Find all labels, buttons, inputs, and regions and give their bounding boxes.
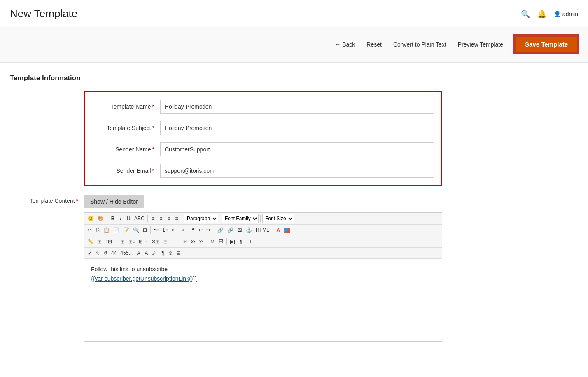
search-icon[interactable]: 🔍 — [521, 9, 530, 19]
tb-edit-icon[interactable]: ✏️ — [86, 237, 96, 246]
tb-strikethrough-button[interactable]: ABC̶ — [133, 214, 146, 223]
tb-italic-button[interactable]: I — [117, 214, 124, 223]
tb-anchor-button[interactable]: ⚓ — [244, 226, 254, 235]
tb-del-col-button[interactable]: ⊟ — [162, 237, 169, 246]
tb-palette-icon[interactable]: 🎨 — [96, 214, 105, 223]
tb-table-button[interactable]: ⊞ — [96, 237, 103, 246]
tb-indent-button[interactable]: ⇥ — [178, 226, 185, 235]
editor-content[interactable]: Follow this link to unsubscribe {{var su… — [84, 259, 442, 341]
convert-button[interactable]: Convert to Plain Text — [393, 40, 446, 49]
paragraph-select[interactable]: Paragraph Heading 1 Heading 2 Heading 3 — [184, 214, 218, 223]
tb-sub-button[interactable]: x₂ — [189, 237, 197, 246]
tb-divider4 — [220, 215, 220, 222]
save-button[interactable]: Save Template — [515, 35, 578, 53]
tb-find-replace-button[interactable]: 🔍 — [131, 226, 141, 235]
form-container: Template Name* Template Subject* Sender … — [84, 91, 442, 186]
tb-undo2-button[interactable]: ↺ — [102, 249, 109, 258]
tb-divider5 — [260, 215, 261, 222]
font-family-select[interactable]: Font Family — [222, 214, 259, 223]
tb-divider7 — [187, 226, 187, 234]
preview-button[interactable]: Preview Template — [458, 40, 503, 49]
tb-smiley-icon[interactable]: 🙂 — [86, 214, 96, 223]
template-subject-label: Template Subject* — [92, 125, 160, 131]
tb-divider2 — [147, 215, 148, 222]
tb-sup-button[interactable]: x² — [198, 237, 205, 246]
tb-resize2-button[interactable]: ⤡ — [94, 249, 101, 258]
editor-link[interactable]: {{var subscriber.getUnsubscriptionLink()… — [91, 275, 197, 282]
back-button[interactable]: ← Back — [335, 40, 355, 49]
tb-char-map-button[interactable]: 44 — [110, 249, 118, 258]
tb-undo-button[interactable]: ↩ — [197, 226, 204, 235]
tb-align-left-button[interactable]: ≡ — [149, 214, 157, 223]
tb-align-center-button[interactable]: ≡ — [157, 214, 165, 223]
tb-cut-button[interactable]: ✂ — [86, 226, 93, 235]
tb-paste-text-button[interactable]: 📝 — [121, 226, 131, 235]
sender-name-label: Sender Name* — [92, 146, 160, 153]
tb-ordered-list-button[interactable]: 1≡ — [161, 226, 170, 235]
sender-name-input[interactable] — [160, 142, 434, 156]
template-subject-input[interactable] — [160, 121, 434, 135]
tb-br-button[interactable]: ⏎ — [182, 237, 189, 246]
font-size-select[interactable]: Font Size 8 10 12 14 18 24 36 — [262, 214, 294, 223]
tb-redo-button[interactable]: ↪ — [205, 226, 212, 235]
editor-text-line: Follow this link to unsubscribe — [91, 265, 435, 274]
tb-cleanup-button[interactable]: ⊘ — [167, 249, 174, 258]
tb-font-color-button[interactable]: A — [275, 226, 282, 235]
tb-row-before-button[interactable]: ↑⊞ — [104, 237, 114, 246]
tb-resize-table-button[interactable]: ⊟ — [175, 249, 182, 258]
tb-paste-word-button[interactable]: 📄 — [112, 226, 121, 235]
tb-outdent-button[interactable]: ⇤ — [170, 226, 177, 235]
tb-select-all-button[interactable]: ⊞ — [141, 226, 149, 235]
editor-toolbar-row2: ✂ ⎘ 📋 📄 📝 🔍 ⊞ •≡ 1≡ ⇤ ⇥ ❝ ↩ ↪ — [84, 225, 442, 236]
tb-row-after-button[interactable]: ⊞↓ — [127, 237, 137, 246]
tb-image-button[interactable]: 🖼 — [236, 226, 244, 235]
tb-resize-button[interactable]: ⤢ — [86, 249, 93, 258]
tb-col-after-button[interactable]: ⊞→ — [137, 237, 149, 246]
tb-col-before-button[interactable]: ←⊞ — [114, 237, 126, 246]
tb-media-button[interactable]: 🎞 — [217, 237, 225, 246]
show-hide-editor-button[interactable]: Show / Hide Editor — [84, 195, 144, 208]
page-title: New Template — [10, 7, 77, 20]
tb-copy-button[interactable]: ⎘ — [94, 226, 101, 235]
tb-bullet-list-button[interactable]: •≡ — [152, 226, 160, 235]
tb-divider10 — [171, 238, 171, 245]
tb-stamp-button[interactable]: 🖊 — [150, 249, 159, 258]
reset-button[interactable]: Reset — [366, 40, 382, 49]
admin-label-text: admin — [562, 11, 578, 17]
tb-pilcrow-button[interactable]: ¶ — [237, 237, 245, 246]
tb-link-button[interactable]: 🔗 — [216, 226, 225, 235]
tb-bg-color-button[interactable] — [282, 226, 292, 235]
tb-divider11 — [207, 238, 207, 245]
tb-font-A1-button[interactable]: A — [135, 249, 142, 258]
sender-email-input[interactable] — [160, 164, 434, 178]
admin-user: 👤 admin — [554, 11, 578, 17]
tb-bold-button[interactable]: B — [109, 214, 117, 223]
tb-blockquote-button[interactable]: ❝ — [189, 226, 196, 235]
tb-justify-button[interactable]: ≡ — [173, 214, 180, 223]
template-name-row: Template Name* — [92, 100, 434, 114]
editor-toolbar-row3: ✏️ ⊞ ↑⊞ ←⊞ ⊞↓ ⊞→ ✕⊞ ⊟ — ⏎ x₂ x² Ω 🎞 — [84, 236, 442, 248]
sender-name-row: Sender Name* — [92, 142, 434, 156]
editor-toolbar-row4: ⤢ ⤡ ↺ 44 455... A A 🖊 ¶ ⊘ ⊟ — [84, 248, 442, 259]
bell-icon[interactable]: 🔔 — [537, 9, 546, 19]
tb-divider1 — [107, 215, 107, 222]
tb-divider12 — [226, 238, 227, 245]
tb-special-char-button[interactable]: Ω — [209, 237, 216, 246]
tb-font-A2-button[interactable]: A — [142, 249, 150, 258]
tb-show-blocks-button[interactable]: ▶| — [229, 237, 237, 246]
tb-pilcrow2-button[interactable]: ¶ — [159, 249, 166, 258]
tb-underline-button[interactable]: U — [125, 214, 132, 223]
template-name-input[interactable] — [160, 100, 434, 114]
tb-nonbreaking-button[interactable]: ☐ — [245, 237, 253, 246]
tb-unlink-button[interactable]: 🔗̶ — [226, 226, 235, 235]
tb-hr-button[interactable]: — — [173, 237, 181, 246]
section-title: Template Information — [10, 74, 578, 82]
tb-del-row-button[interactable]: ✕⊞ — [150, 237, 161, 246]
tb-paste-button[interactable]: 📋 — [102, 226, 111, 235]
tb-divider3 — [182, 215, 182, 222]
tb-align-right-button[interactable]: ≡ — [165, 214, 173, 223]
tb-word-count-button[interactable]: 455... — [119, 249, 134, 258]
template-subject-row: Template Subject* — [92, 121, 434, 135]
tb-html-button[interactable]: HTML — [254, 226, 271, 235]
sender-email-row: Sender Email* — [92, 164, 434, 178]
